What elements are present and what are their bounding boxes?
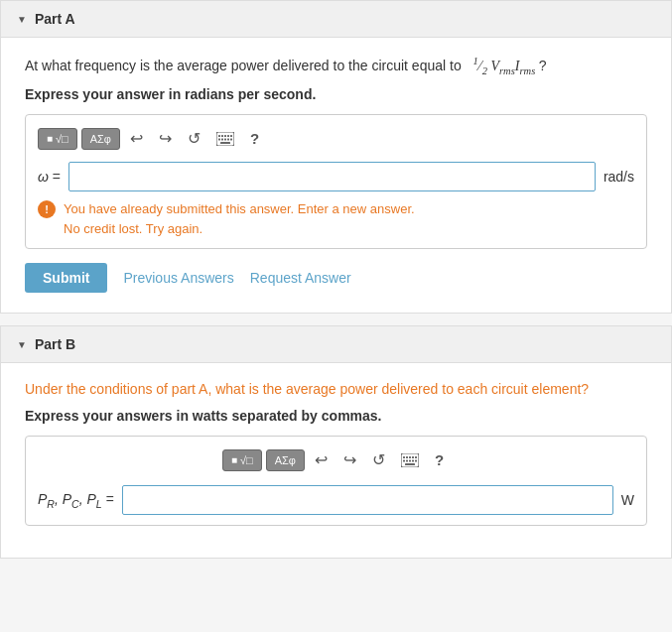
undo-button[interactable]: ↩ (124, 125, 149, 152)
svg-rect-3 (224, 135, 226, 137)
part-a-answer-row: ω = rad/s (38, 162, 634, 191)
part-a-formula: 1 ⁄ 2 VrmsIrms (472, 59, 538, 73)
request-answer-link[interactable]: Request Answer (250, 270, 351, 286)
part-b-redo-button[interactable]: ↪ (337, 446, 362, 473)
svg-rect-1 (218, 135, 220, 137)
part-b-header: ▼ Part B (1, 326, 671, 363)
notice-text: You have already submitted this answer. … (64, 199, 415, 238)
greek-button[interactable]: ΑΣφ (81, 128, 120, 150)
svg-rect-13 (403, 456, 405, 458)
part-a-toolbar: ■ √□ ΑΣφ ↩ ↪ ↺ (38, 125, 634, 152)
part-b-answer-unit: W (621, 492, 634, 508)
part-a-question: At what frequency is the average power d… (25, 54, 647, 78)
part-a-input-box: ■ √□ ΑΣφ ↩ ↪ ↺ (25, 114, 647, 249)
part-a-notice: ! You have already submitted this answer… (38, 199, 634, 238)
part-a-header: ▼ Part A (1, 1, 671, 38)
sqrt-button[interactable]: ■ √□ (38, 128, 77, 150)
redo-button[interactable]: ↪ (153, 125, 178, 152)
part-b-sqrt-button[interactable]: ■ √□ (222, 449, 262, 471)
svg-rect-23 (405, 463, 415, 465)
part-a-action-row: Submit Previous Answers Request Answer (25, 263, 647, 293)
part-b-toggle[interactable]: ▼ (17, 339, 27, 350)
svg-rect-14 (406, 456, 408, 458)
part-a-answer-label: ω = (38, 169, 61, 185)
part-b-undo-button[interactable]: ↩ (309, 446, 334, 473)
part-b-refresh-button[interactable]: ↺ (366, 446, 391, 473)
svg-rect-17 (415, 456, 417, 458)
svg-rect-19 (406, 459, 408, 461)
keyboard-button[interactable] (210, 128, 240, 150)
part-a-section: ▼ Part A At what frequency is the averag… (0, 0, 672, 314)
part-a-instruction: Express your answer in radians per secon… (25, 86, 647, 102)
svg-rect-21 (412, 459, 414, 461)
previous-answers-link[interactable]: Previous Answers (123, 270, 233, 286)
part-b-keyboard-button[interactable] (395, 449, 425, 471)
svg-rect-6 (218, 138, 220, 140)
part-a-label: Part A (35, 11, 75, 27)
part-b-input-box: ■ √□ ΑΣφ ↩ ↪ ↺ (25, 436, 647, 526)
svg-rect-5 (230, 135, 232, 137)
svg-rect-10 (230, 138, 232, 140)
svg-rect-9 (227, 138, 229, 140)
part-a-answer-unit: rad/s (604, 169, 634, 185)
part-a-answer-input[interactable] (68, 162, 596, 191)
svg-rect-18 (403, 459, 405, 461)
notice-icon: ! (38, 200, 56, 218)
svg-rect-22 (415, 459, 417, 461)
svg-rect-16 (412, 456, 414, 458)
part-b-greek-button[interactable]: ΑΣφ (266, 449, 305, 471)
part-b-section: ▼ Part B Under the conditions of part A,… (0, 325, 672, 559)
part-b-answer-label: PR, PC, PL = (38, 491, 114, 510)
part-b-body: Under the conditions of part A, what is … (1, 363, 671, 558)
svg-rect-7 (221, 138, 223, 140)
page-wrapper: ▼ Part A At what frequency is the averag… (0, 0, 672, 559)
part-b-label: Part B (35, 336, 75, 352)
part-b-help-button[interactable]: ? (429, 447, 450, 472)
part-a-body: At what frequency is the average power d… (1, 38, 671, 313)
refresh-button[interactable]: ↺ (182, 125, 206, 152)
submit-button[interactable]: Submit (25, 263, 107, 293)
part-b-toolbar: ■ √□ ΑΣφ ↩ ↪ ↺ (38, 446, 634, 473)
part-b-answer-input[interactable] (122, 485, 613, 515)
svg-rect-8 (224, 138, 226, 140)
svg-rect-20 (409, 459, 411, 461)
part-a-toggle[interactable]: ▼ (17, 14, 27, 25)
svg-rect-11 (220, 142, 230, 144)
svg-rect-15 (409, 456, 411, 458)
part-b-question: Under the conditions of part A, what is … (25, 379, 647, 400)
part-b-answer-row: PR, PC, PL = W (38, 485, 634, 515)
svg-rect-2 (221, 135, 223, 137)
svg-rect-4 (227, 135, 229, 137)
help-button[interactable]: ? (244, 126, 265, 151)
part-b-instruction: Express your answers in watts separated … (25, 408, 647, 424)
